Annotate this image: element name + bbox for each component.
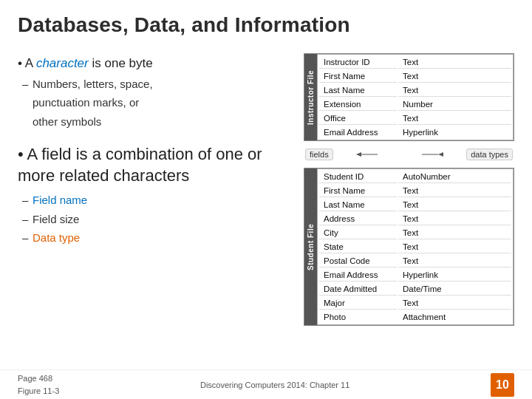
table-row: ExtensionNumber	[319, 98, 511, 111]
page-footer: Page 468 Figure 11-3 Discovering Compute…	[0, 369, 532, 399]
field-name-cell: Office	[319, 112, 397, 125]
instructor-file-label: Instructor File	[304, 54, 317, 140]
diagram-panel: Instructor File Instructor IDTextFirst N…	[304, 52, 514, 358]
field-name-cell: Instructor ID	[319, 56, 397, 69]
table-row: OfficeText	[319, 112, 511, 125]
field-name-cell: Email Address	[319, 269, 397, 282]
table-row: Date AdmittedDate/Time	[319, 283, 511, 296]
field-name-cell: Email Address	[319, 126, 397, 138]
field-name-cell: Last Name	[319, 84, 397, 97]
bullet-character-text: • A character is one byte	[18, 55, 289, 72]
field-type-cell: Text	[398, 84, 511, 97]
field-name-cell: Extension	[319, 98, 397, 111]
character-highlight: character	[36, 56, 89, 70]
field-type-cell: Text	[398, 185, 511, 197]
svg-marker-1	[356, 152, 361, 157]
character-sub-list: Numbers, letters, space,punctuation mark…	[18, 75, 289, 132]
student-table: Student IDAutoNumberFirst NameTextLast N…	[317, 168, 514, 325]
data-types-annotation: data types	[466, 149, 513, 160]
field-name-cell: Address	[319, 213, 397, 225]
instructor-table-wrapper: Instructor File Instructor IDTextFirst N…	[304, 53, 514, 141]
footer-center-text: Discovering Computers 2014: Chapter 11	[200, 381, 349, 389]
field-type-cell: Text	[398, 255, 511, 267]
footer-page-line2: Figure 11-3	[18, 385, 59, 398]
field-type-cell: Date/Time	[398, 283, 511, 296]
character-sub-item-1: Numbers, letters, space,punctuation mark…	[33, 75, 289, 132]
data-type-label: Data type	[33, 231, 80, 244]
field-type-cell: Attachment	[398, 311, 511, 323]
text-panel: • A character is one byte Numbers, lette…	[18, 52, 289, 358]
field-name-cell: Date Admitted	[319, 283, 397, 296]
field-name-cell: City	[319, 227, 397, 239]
annotation-bar: fields data types	[304, 149, 514, 160]
field-type-cell: Text	[398, 70, 511, 83]
field-type-cell: Text	[398, 199, 511, 211]
field-highlight: field	[41, 145, 71, 163]
field-type-cell: AutoNumber	[398, 171, 511, 183]
bullet-field: • A field is a combination of one or mor…	[18, 138, 289, 248]
fields-annotation: fields	[305, 149, 333, 160]
table-row: Instructor IDText	[319, 56, 511, 69]
field-type-cell: Text	[398, 213, 511, 225]
page-title: Databases, Data, and Information	[18, 13, 514, 37]
table-row: CityText	[319, 227, 511, 239]
svg-marker-3	[438, 152, 443, 157]
field-name-cell: Postal Code	[319, 255, 397, 267]
page-header: Databases, Data, and Information	[0, 0, 532, 44]
field-name-label: Field name	[33, 194, 87, 206]
table-row: Postal CodeText	[319, 255, 511, 267]
table-row: First NameText	[319, 70, 511, 83]
field-sub-list: Field name Field size Data type	[18, 191, 289, 248]
field-type-cell: Text	[398, 56, 511, 69]
student-table-wrapper: Student File Student IDAutoNumberFirst N…	[304, 168, 514, 326]
field-name-cell: First Name	[319, 70, 397, 83]
table-row: Last NameText	[319, 84, 511, 97]
field-name-cell: State	[319, 241, 397, 253]
annotation-arrows	[355, 149, 444, 160]
table-row: Email AddressHyperlink	[319, 126, 511, 138]
table-row: PhotoAttachment	[319, 311, 511, 323]
table-row: Student IDAutoNumber	[319, 171, 511, 183]
field-name-cell: Major	[319, 297, 397, 310]
table-row: AddressText	[319, 213, 511, 225]
field-type-cell: Hyperlink	[398, 269, 511, 282]
footer-page-line1: Page 468	[18, 372, 59, 385]
table-row: Last NameText	[319, 199, 511, 211]
field-type-cell: Text	[398, 112, 511, 125]
field-type-cell: Text	[398, 227, 511, 239]
field-sub-item-type: Data type	[33, 228, 289, 248]
table-row: Email AddressHyperlink	[319, 269, 511, 282]
table-row: First NameText	[319, 185, 511, 197]
field-name-cell: First Name	[319, 185, 397, 197]
main-content: • A character is one byte Numbers, lette…	[0, 44, 532, 358]
table-row: StateText	[319, 241, 511, 253]
field-type-cell: Hyperlink	[398, 126, 511, 138]
field-sub-item-name: Field name	[33, 191, 289, 210]
footer-page-info: Page 468 Figure 11-3	[18, 372, 59, 397]
table-row: MajorText	[319, 297, 511, 310]
field-type-cell: Text	[398, 241, 511, 253]
field-type-cell: Text	[398, 297, 511, 310]
slide-number-badge: 10	[491, 373, 514, 397]
field-type-cell: Number	[398, 98, 511, 111]
field-name-cell: Last Name	[319, 199, 397, 211]
bullet-field-text: • A field is a combination of one or mor…	[18, 144, 289, 186]
student-file-label: Student File	[304, 168, 317, 325]
bullet-character: • A character is one byte Numbers, lette…	[18, 55, 289, 131]
field-sub-item-size: Field size	[33, 210, 289, 229]
instructor-table: Instructor IDTextFirst NameTextLast Name…	[317, 54, 514, 140]
field-name-cell: Photo	[319, 311, 397, 323]
field-name-cell: Student ID	[319, 171, 397, 183]
